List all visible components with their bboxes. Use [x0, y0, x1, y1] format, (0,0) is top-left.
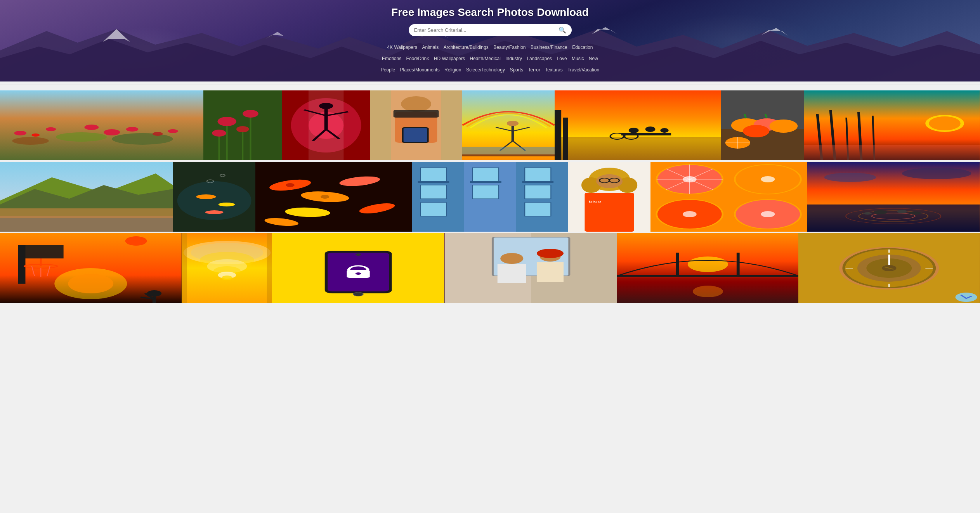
svg-point-18	[153, 132, 163, 136]
svg-rect-57	[563, 118, 568, 160]
gallery-item[interactable]	[412, 162, 568, 232]
cat-music[interactable]: Music	[572, 56, 584, 61]
svg-rect-83	[804, 145, 980, 160]
svg-point-91	[196, 194, 216, 199]
svg-point-61	[661, 128, 669, 133]
gallery-item[interactable]	[798, 233, 980, 303]
svg-rect-109	[420, 168, 446, 181]
svg-point-150	[874, 210, 888, 214]
svg-point-176	[221, 276, 232, 280]
cat-education[interactable]: Education	[572, 45, 593, 50]
category-row-2: Emotions Food/Drink HD Wallpapers Health…	[379, 53, 601, 64]
category-row-3: People Places/Monuments Religion Sciece/…	[379, 64, 601, 75]
gallery-item[interactable]	[182, 233, 272, 303]
svg-rect-114	[525, 168, 551, 181]
svg-rect-117	[418, 181, 449, 183]
hero-divider	[0, 85, 980, 85]
svg-point-142	[761, 211, 775, 217]
svg-point-9	[56, 132, 107, 142]
category-links: 4K Wallpapers Animals Architecture/Build…	[379, 42, 601, 75]
svg-point-104	[321, 195, 329, 199]
svg-point-103	[286, 183, 294, 187]
cat-food[interactable]: Food/Drink	[406, 56, 429, 61]
cat-terror[interactable]: Terror	[528, 67, 540, 73]
gallery-item[interactable]	[282, 90, 370, 160]
svg-point-20	[218, 117, 237, 126]
svg-point-140	[761, 176, 775, 182]
gallery-item[interactable]	[0, 162, 173, 232]
cat-places[interactable]: Places/Monuments	[400, 67, 440, 73]
cat-emotions[interactable]: Emotions	[382, 56, 401, 61]
svg-point-156	[68, 274, 113, 293]
gallery-item[interactable]	[462, 90, 555, 160]
gallery-item[interactable]	[0, 90, 203, 160]
gallery-item[interactable]	[555, 90, 721, 160]
search-input[interactable]	[414, 27, 559, 33]
svg-rect-178	[267, 233, 272, 303]
svg-rect-118	[470, 181, 501, 183]
cat-love[interactable]: Love	[557, 56, 567, 61]
gallery-item[interactable]: bloo	[568, 162, 650, 232]
gallery-item[interactable]	[370, 90, 462, 160]
svg-rect-88	[0, 208, 173, 218]
cat-texturas[interactable]: Texturas	[545, 67, 562, 73]
svg-point-17	[104, 129, 120, 135]
svg-point-14	[126, 127, 138, 132]
svg-point-23	[212, 130, 226, 137]
svg-point-193	[537, 249, 564, 258]
gallery-item[interactable]	[807, 162, 980, 232]
cat-hd[interactable]: HD Wallpapers	[434, 56, 465, 61]
svg-point-151	[897, 210, 907, 213]
cat-business[interactable]: Business/Finance	[531, 45, 567, 50]
svg-point-152	[909, 211, 921, 215]
gallery-item[interactable]	[203, 90, 282, 160]
svg-rect-158	[18, 245, 64, 258]
svg-point-153	[863, 212, 872, 215]
cat-beauty[interactable]: Beauty/Fashion	[493, 45, 526, 50]
cat-religion[interactable]: Religion	[444, 67, 461, 73]
svg-point-191	[500, 253, 523, 264]
svg-rect-177	[182, 233, 187, 303]
cat-people[interactable]: People	[381, 67, 395, 73]
svg-rect-115	[525, 185, 551, 199]
cat-landscapes[interactable]: Landscapes	[527, 56, 552, 61]
svg-point-216	[956, 293, 977, 302]
cat-animals[interactable]: Animals	[422, 45, 439, 50]
gallery-item[interactable]	[721, 90, 804, 160]
svg-point-93	[205, 210, 223, 214]
svg-point-21	[243, 110, 258, 118]
gallery-item[interactable]	[445, 233, 617, 303]
cat-science[interactable]: Sciece/Technology	[466, 67, 505, 73]
svg-point-185	[354, 292, 363, 296]
svg-point-77	[929, 116, 961, 130]
svg-point-145	[902, 168, 971, 179]
cat-4k[interactable]: 4K Wallpapers	[387, 45, 417, 50]
svg-rect-55	[555, 137, 721, 160]
svg-rect-195	[537, 262, 564, 282]
gallery-item[interactable]	[173, 162, 255, 232]
svg-rect-113	[473, 185, 499, 199]
cat-sports[interactable]: Sports	[510, 67, 523, 73]
svg-rect-87	[0, 216, 173, 232]
cat-new[interactable]: New	[589, 56, 598, 61]
gallery-item[interactable]	[255, 162, 412, 232]
svg-point-10	[112, 133, 173, 145]
cat-architecture[interactable]: Architecture/Buildings	[444, 45, 489, 50]
gallery-row-1	[0, 90, 980, 160]
gallery-item[interactable]	[650, 162, 807, 232]
svg-point-32	[319, 103, 333, 109]
cat-travel[interactable]: Travel/Vacation	[567, 67, 599, 73]
svg-point-141	[683, 211, 697, 217]
svg-rect-7	[0, 90, 203, 160]
cat-industry[interactable]: Industry	[505, 56, 522, 61]
search-button[interactable]: 🔍	[559, 26, 566, 34]
svg-point-12	[46, 127, 56, 131]
hero-title: Free Images Search Photos Download	[391, 6, 589, 19]
gallery-item[interactable]	[804, 90, 980, 160]
gallery-item[interactable]	[272, 233, 444, 303]
svg-rect-53	[462, 147, 555, 154]
svg-point-16	[31, 133, 40, 137]
gallery-item[interactable]	[0, 233, 182, 303]
cat-health[interactable]: Health/Medical	[470, 56, 500, 61]
gallery-item[interactable]	[617, 233, 799, 303]
